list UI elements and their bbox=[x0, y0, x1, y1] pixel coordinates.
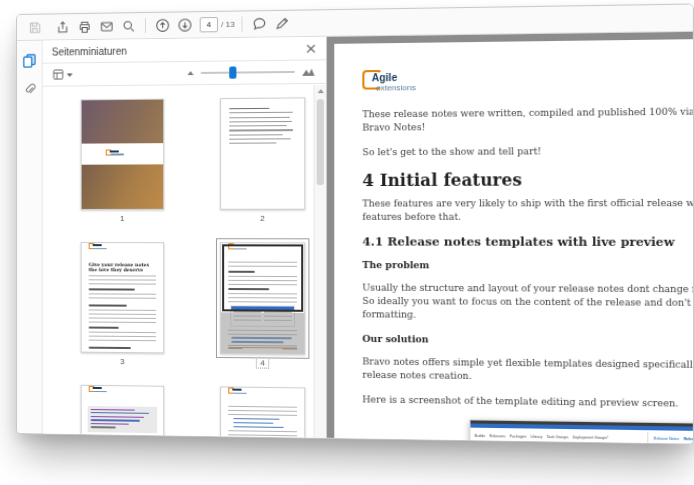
pen-icon bbox=[274, 16, 289, 32]
solution-label: Our solution bbox=[362, 333, 694, 349]
page-thumbnails-icon[interactable] bbox=[22, 53, 37, 68]
logo-sub: extensions bbox=[376, 81, 416, 95]
fill-sign-button[interactable] bbox=[271, 13, 294, 34]
thumbnail-label-3: 3 bbox=[81, 357, 164, 367]
screenshot-nav-item: Release Notes bbox=[647, 432, 679, 444]
text-lines bbox=[228, 406, 297, 416]
arrow-down-circle-icon bbox=[177, 17, 192, 32]
thumbnail-page-2[interactable] bbox=[220, 97, 305, 209]
screenshot-nav-item: Releases bbox=[489, 430, 505, 444]
envelope-icon bbox=[100, 19, 114, 33]
page-number-input[interactable]: 4 bbox=[200, 17, 218, 32]
search-button[interactable] bbox=[118, 16, 140, 36]
screenshot-nav-item: Task Groups bbox=[547, 431, 569, 445]
caret-down-icon bbox=[67, 72, 73, 77]
doc-paragraph: These features are very likely to ship w… bbox=[362, 197, 694, 224]
page-view-box bbox=[222, 244, 303, 311]
thumbnail-label-4: 4 bbox=[220, 358, 305, 368]
document-page: Agile extensions These release notes wer… bbox=[334, 39, 694, 444]
panel-options-row bbox=[43, 60, 326, 86]
doc-paragraph: Here is a screenshot of the template edi… bbox=[362, 393, 694, 411]
panel-header: Seitenminiaturen bbox=[43, 37, 326, 64]
thumbnail-page-5[interactable] bbox=[81, 385, 164, 438]
left-rail bbox=[17, 41, 43, 434]
scroll-up-icon[interactable] bbox=[318, 89, 324, 93]
attachments-paperclip-icon[interactable] bbox=[22, 82, 36, 96]
thumbs-smaller-icon[interactable] bbox=[187, 71, 193, 75]
thumbnail-label-2: 2 bbox=[220, 214, 305, 223]
document-area: Agile extensions These release notes wer… bbox=[327, 32, 693, 444]
comment-bubble-icon bbox=[252, 16, 267, 31]
comment-button[interactable] bbox=[248, 14, 271, 35]
share-button[interactable] bbox=[52, 17, 74, 37]
doc-paragraph: Bravo notes offers simple yet flexible t… bbox=[362, 355, 694, 385]
screenshot-nav-item: Packages bbox=[509, 430, 526, 444]
upload-icon bbox=[56, 20, 70, 34]
thumbnail-page-4-selected[interactable] bbox=[220, 242, 305, 354]
thumbnail-label-1: 1 bbox=[81, 214, 164, 223]
slider-track[interactable] bbox=[201, 71, 295, 74]
mini-logo bbox=[106, 149, 136, 158]
thumbnail-size-slider bbox=[187, 68, 315, 77]
cover-logo-band bbox=[82, 143, 163, 164]
search-icon bbox=[122, 19, 136, 33]
agile-extensions-logo: Agile extensions bbox=[362, 64, 694, 99]
slider-handle[interactable] bbox=[229, 66, 236, 78]
thumbnails-scrollbar[interactable] bbox=[314, 85, 326, 438]
hidden-area-mask bbox=[221, 312, 304, 353]
doc-paragraph: So let's get to the show and tell part! bbox=[362, 144, 694, 159]
doc-paragraph: Usually the structure and layout of your… bbox=[362, 281, 694, 323]
text-lines bbox=[89, 275, 156, 285]
doc-heading-2: 4.1 Release notes templates with live pr… bbox=[362, 235, 694, 249]
page-total-label: / 13 bbox=[221, 20, 235, 29]
thumbnail-page-3[interactable]: Give your release notes the love they de… bbox=[81, 242, 164, 353]
thumb3-title: Give your release notes the love they de… bbox=[89, 262, 156, 273]
pdf-viewer-window: 4 / 13 Seitenminiaturen bbox=[16, 3, 694, 444]
doc-paragraph: These release notes were written, compil… bbox=[362, 105, 694, 134]
save-button[interactable] bbox=[24, 17, 46, 37]
scrollbar-thumb[interactable] bbox=[317, 99, 324, 185]
screenshot-nav-item: Release Notes bbox=[684, 432, 694, 444]
panel-title: Seitenminiaturen bbox=[52, 43, 306, 57]
screenshot-nav-item: Library bbox=[531, 431, 543, 445]
toolbar-divider bbox=[242, 17, 243, 32]
toolbar-divider bbox=[145, 18, 146, 33]
close-icon[interactable] bbox=[305, 43, 316, 54]
cover-gradient-top bbox=[82, 100, 163, 144]
thumbnail-page-1[interactable] bbox=[81, 99, 164, 210]
code-block bbox=[88, 406, 157, 434]
thumbs-larger-icon[interactable] bbox=[302, 68, 315, 75]
printer-icon bbox=[78, 19, 92, 33]
thumbnail-page-6[interactable] bbox=[220, 386, 305, 437]
thumbnail-options-button[interactable] bbox=[53, 68, 73, 80]
grid-options-icon bbox=[53, 68, 65, 80]
toc-lines bbox=[229, 108, 296, 145]
problem-label: The problem bbox=[362, 259, 694, 273]
print-button[interactable] bbox=[74, 16, 96, 36]
scene: 4 / 13 Seitenminiaturen bbox=[0, 0, 694, 485]
screenshot-nav-item: Deployment Groups* bbox=[573, 431, 609, 444]
screenshot-nav-item: Builds bbox=[475, 430, 485, 444]
save-icon bbox=[28, 20, 42, 34]
embedded-screenshot: BuildsReleasesPackagesLibraryTask Groups… bbox=[469, 419, 694, 444]
doc-heading-1: 4 Initial features bbox=[362, 173, 694, 188]
next-page-button[interactable] bbox=[173, 15, 195, 36]
thumbnails-panel: Seitenminiaturen bbox=[43, 37, 327, 438]
screenshot-nav: BuildsReleasesPackagesLibraryTask Groups… bbox=[470, 427, 694, 444]
thumbnail-grid: 1 2 bbox=[43, 85, 314, 438]
cover-gradient-bottom bbox=[82, 164, 163, 209]
email-button[interactable] bbox=[96, 16, 118, 36]
arrow-up-circle-icon bbox=[155, 18, 170, 33]
previous-page-button[interactable] bbox=[151, 15, 173, 36]
